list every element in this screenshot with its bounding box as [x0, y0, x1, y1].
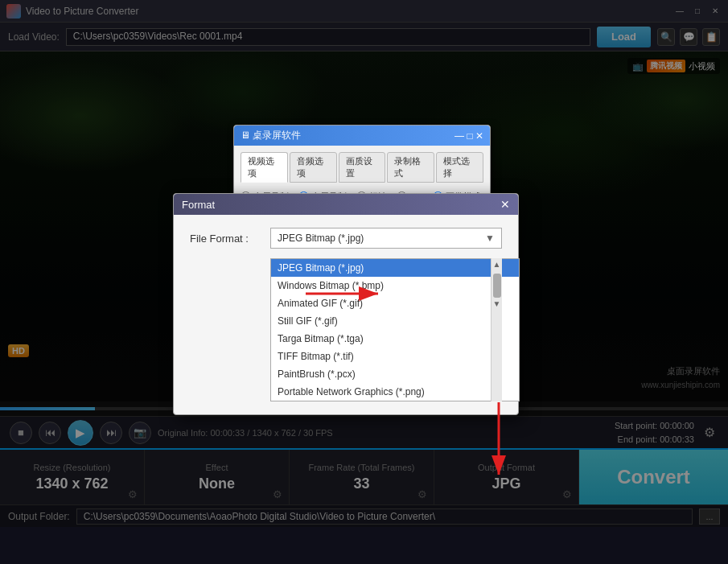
format-list-container: JPEG Bitmap (*.jpg) Windows Bitmap (*.bm… — [270, 258, 502, 401]
bg-tab-audio[interactable]: 音频选项 — [290, 152, 337, 183]
bg-dialog-tabs: 视频选项 音频选项 画质设置 录制格式 模式选择 — [241, 152, 483, 183]
format-dialog-titlebar: Format ✕ — [174, 194, 518, 215]
format-select-box[interactable]: JPEG Bitmap (*.jpg) ▼ — [270, 228, 502, 249]
format-row: File Format : JPEG Bitmap (*.jpg) ▼ — [190, 228, 502, 249]
bg-tab-quality[interactable]: 画质设置 — [339, 152, 386, 183]
bg-dialog-title: 🖥 桌录屏软件 — □ ✕ — [234, 126, 490, 146]
format-dialog-title: Format — [182, 199, 215, 211]
format-list: JPEG Bitmap (*.jpg) Windows Bitmap (*.bm… — [270, 258, 520, 401]
format-item-tga[interactable]: Targa Bitmap (*.tga) — [271, 330, 519, 348]
format-selected-value: JPEG Bitmap (*.jpg) — [278, 233, 364, 244]
format-dropdown-arrow-icon: ▼ — [485, 233, 495, 244]
format-dialog-body: File Format : JPEG Bitmap (*.jpg) ▼ JPEG… — [174, 215, 518, 414]
bg-dialog-controls: — □ ✕ — [454, 130, 483, 142]
format-item-jpg[interactable]: JPEG Bitmap (*.jpg) — [271, 259, 519, 277]
format-item-gif[interactable]: Still GIF (*.gif) — [271, 312, 519, 330]
bg-dialog-title-text: 🖥 桌录屏软件 — [241, 129, 301, 142]
format-close-button[interactable]: ✕ — [500, 198, 510, 211]
format-item-png[interactable]: Portable Network Graphics (*.png) — [271, 383, 519, 401]
format-item-agif[interactable]: Animated GIF (*.gif) — [271, 294, 519, 312]
format-item-pcx[interactable]: PaintBrush (*.pcx) — [271, 365, 519, 383]
scroll-thumb[interactable] — [493, 274, 501, 298]
format-file-format-label: File Format : — [190, 233, 262, 245]
format-item-tif[interactable]: TIFF Bitmap (*.tif) — [271, 348, 519, 365]
scroll-down-arrow-icon[interactable]: ▼ — [492, 298, 503, 310]
format-item-bmp[interactable]: Windows Bitmap (*.bmp) — [271, 277, 519, 294]
format-dialog: Format ✕ File Format : JPEG Bitmap (*.jp… — [173, 193, 519, 415]
scroll-up-arrow-icon[interactable]: ▲ — [492, 258, 503, 270]
format-scrollbar[interactable]: ▲ ▼ — [491, 258, 502, 401]
bg-tab-mode[interactable]: 模式选择 — [436, 152, 483, 183]
modal-overlay: 🖥 桌录屏软件 — □ ✕ 视频选项 音频选项 画质设置 录制格式 模式选择 全… — [0, 0, 728, 564]
bg-tab-video[interactable]: 视频选项 — [241, 152, 288, 183]
bg-tab-format[interactable]: 录制格式 — [387, 152, 434, 183]
